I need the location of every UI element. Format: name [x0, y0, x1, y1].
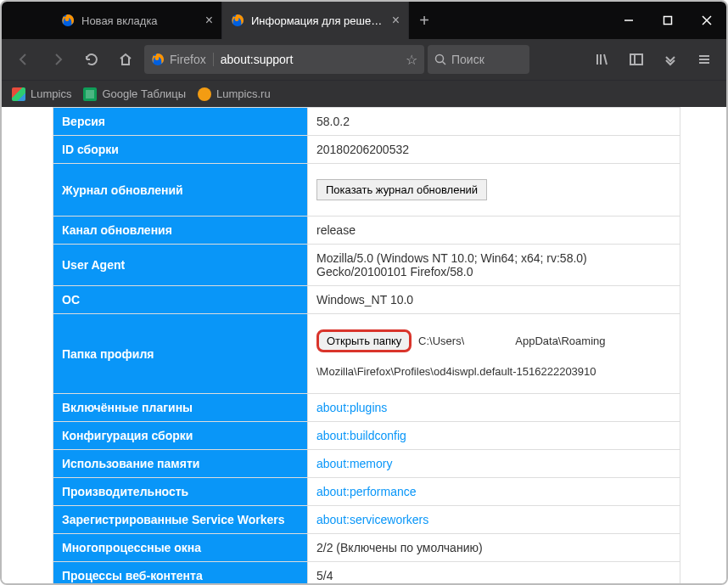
- search-icon: [434, 53, 446, 65]
- back-button[interactable]: [8, 44, 39, 75]
- bookmark-lumpicsru[interactable]: Lumpics.ru: [198, 87, 271, 101]
- row-key: ОС: [53, 286, 308, 314]
- svg-line-11: [604, 54, 607, 65]
- search-placeholder: Поиск: [451, 53, 484, 66]
- library-button[interactable]: [587, 44, 618, 75]
- table-row: User AgentMozilla/5.0 (Windows NT 10.0; …: [53, 245, 680, 286]
- lumpicsru-icon: [198, 87, 211, 101]
- row-key: Включённые плагины: [53, 394, 308, 422]
- row-value: Показать журнал обновлений: [308, 164, 680, 217]
- firefox-icon: [61, 14, 75, 27]
- row-value: about:buildconfig: [308, 422, 680, 450]
- sheets-icon: [83, 87, 97, 101]
- table-row: Версия58.0.2: [53, 108, 680, 136]
- profile-path-segment: C:\Users\: [418, 335, 464, 347]
- row-key: Использование памяти: [53, 450, 308, 478]
- row-value: 58.0.2: [308, 108, 680, 136]
- close-button[interactable]: [687, 2, 726, 39]
- searchbar[interactable]: Поиск: [428, 45, 529, 74]
- bookmark-google-sheets[interactable]: Google Таблицы: [83, 87, 186, 101]
- forward-button[interactable]: [42, 44, 73, 75]
- bookmark-star-icon[interactable]: ☆: [406, 52, 417, 68]
- table-row: Использование памятиabout:memory: [53, 450, 680, 478]
- urlbar-text: about:support: [221, 53, 400, 66]
- svg-line-8: [443, 62, 446, 65]
- row-key: ID сборки: [53, 136, 308, 164]
- table-row: ОСWindows_NT 10.0: [53, 286, 680, 314]
- row-key: Производительность: [53, 478, 308, 506]
- table-row: Папка профиляОткрыть папку C:\Users\AppD…: [53, 314, 680, 394]
- table-row: Многопроцессные окна2/2 (Включены по умо…: [53, 534, 680, 562]
- bookmarks-bar: Lumpics Google Таблицы Lumpics.ru: [2, 80, 726, 107]
- profile-path-segment: AppData\Roaming: [515, 335, 605, 347]
- close-icon[interactable]: ×: [205, 13, 213, 28]
- table-row: Конфигурация сборкиabout:buildconfig: [53, 422, 680, 450]
- about-link[interactable]: about:serviceworkers: [316, 513, 428, 526]
- toolbar: Firefox about:support ☆ Поиск: [2, 39, 726, 80]
- tab-label: Информация для решения пр: [251, 14, 385, 27]
- tabs-container: Новая вкладка × Информация для решения п…: [2, 2, 609, 39]
- row-key: Конфигурация сборки: [53, 422, 308, 450]
- reload-button[interactable]: [76, 44, 107, 75]
- row-key: Зарегистрированные Service Workers: [53, 506, 308, 534]
- table-row: Канал обновленияrelease: [53, 217, 680, 245]
- row-key: Версия: [53, 108, 308, 136]
- tab-new[interactable]: Новая вкладка ×: [53, 2, 222, 39]
- firefox-icon: [151, 53, 165, 66]
- sidebar-button[interactable]: [621, 44, 652, 75]
- table-row: Производительностьabout:performance: [53, 478, 680, 506]
- home-button[interactable]: [110, 44, 141, 75]
- urlbar[interactable]: Firefox about:support ☆: [144, 45, 424, 74]
- new-tab-button[interactable]: +: [409, 2, 440, 39]
- row-key: Канал обновления: [53, 217, 308, 245]
- row-value: about:plugins: [308, 394, 680, 422]
- row-value: release: [308, 217, 680, 245]
- tab-label: Новая вкладка: [81, 14, 199, 27]
- row-value: about:memory: [308, 450, 680, 478]
- svg-rect-12: [630, 54, 642, 65]
- content-area[interactable]: Версия58.0.2ID сборки20180206200532Журна…: [2, 107, 726, 583]
- row-key: Папка профиля: [53, 314, 308, 394]
- overflow-button[interactable]: [655, 44, 686, 75]
- svg-point-7: [436, 55, 444, 63]
- row-key: Журнал обновлений: [53, 164, 308, 217]
- open-folder-button[interactable]: Открыть папку: [316, 329, 412, 352]
- window-controls: [609, 2, 726, 39]
- row-key: Процессы веб-контента: [53, 562, 308, 584]
- row-value: Открыть папку C:\Users\AppData\Roaming\M…: [308, 314, 680, 394]
- close-icon[interactable]: ×: [392, 13, 400, 28]
- bookmark-lumpics[interactable]: Lumpics: [12, 87, 71, 101]
- tab-support[interactable]: Информация для решения пр ×: [222, 2, 409, 39]
- about-link[interactable]: about:performance: [316, 485, 417, 498]
- maximize-button[interactable]: [648, 2, 687, 39]
- urlbar-prefix: Firefox: [170, 53, 214, 66]
- firefox-icon: [231, 14, 244, 27]
- support-table: Версия58.0.2ID сборки20180206200532Журна…: [53, 107, 680, 583]
- profile-path-segment: \Mozilla\Firefox\Profiles\od4iswpl.defau…: [316, 365, 596, 378]
- table-row: ID сборки20180206200532: [53, 136, 680, 164]
- row-value: Mozilla/5.0 (Windows NT 10.0; Win64; x64…: [308, 245, 680, 286]
- about-link[interactable]: about:plugins: [316, 401, 387, 414]
- row-value: 20180206200532: [308, 136, 680, 164]
- show-update-history-button[interactable]: Показать журнал обновлений: [316, 179, 487, 200]
- row-value: Windows_NT 10.0: [308, 286, 680, 314]
- lumpics-icon: [12, 87, 25, 101]
- minimize-button[interactable]: [609, 2, 648, 39]
- row-key: Многопроцессные окна: [53, 534, 308, 562]
- row-value: about:performance: [308, 478, 680, 506]
- table-row: Журнал обновленийПоказать журнал обновле…: [53, 164, 680, 217]
- table-row: Процессы веб-контента5/4: [53, 562, 680, 584]
- row-value: about:serviceworkers: [308, 506, 680, 534]
- menu-button[interactable]: [689, 44, 720, 75]
- row-value: 2/2 (Включены по умолчанию): [308, 534, 680, 562]
- table-row: Включённые плагиныabout:plugins: [53, 394, 680, 422]
- svg-rect-3: [664, 17, 672, 25]
- table-row: Зарегистрированные Service Workersabout:…: [53, 506, 680, 534]
- row-value: 5/4: [308, 562, 680, 584]
- row-key: User Agent: [53, 245, 308, 286]
- titlebar: Новая вкладка × Информация для решения п…: [2, 2, 726, 39]
- redacted-username: [464, 336, 515, 346]
- about-link[interactable]: about:buildconfig: [316, 429, 406, 442]
- about-link[interactable]: about:memory: [316, 457, 392, 470]
